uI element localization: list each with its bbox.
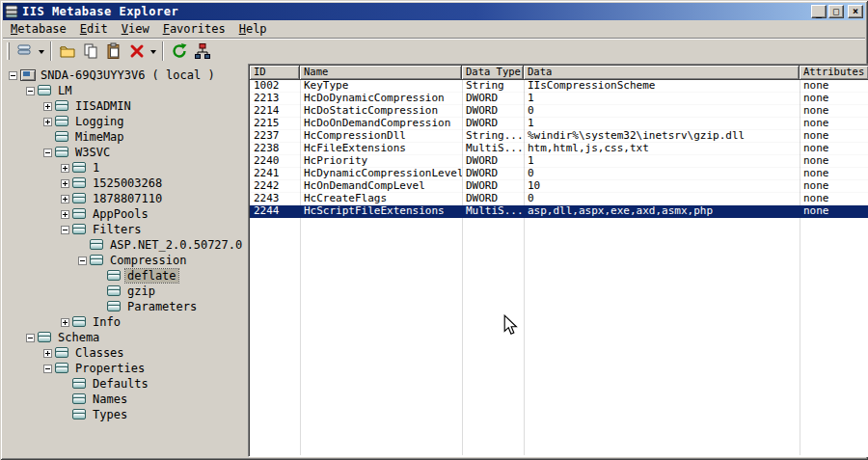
tree-node-icon	[72, 193, 87, 204]
tree-expander-icon[interactable]	[26, 334, 35, 342]
tree-item[interactable]: Schema	[3, 330, 248, 345]
column-header-data-type[interactable]: Data Type	[462, 66, 524, 80]
tree-expander-icon[interactable]	[9, 71, 17, 80]
tree-item[interactable]: SNDA-69Q3UYY3V6 ( local )	[3, 68, 248, 83]
tree-expander-icon[interactable]	[43, 102, 52, 111]
tree-item[interactable]: 1878807110	[3, 191, 248, 206]
tree-expander-icon[interactable]	[61, 210, 69, 219]
delete-button[interactable]	[125, 41, 149, 62]
tree-item[interactable]: 1525003268	[3, 176, 248, 191]
maximize-button[interactable]: □	[828, 5, 844, 18]
tree-expander-icon[interactable]	[61, 226, 69, 234]
tree-item[interactable]: Properties	[3, 361, 248, 376]
new-key-icon	[16, 42, 34, 60]
menu-view[interactable]: View	[115, 21, 156, 37]
table-row[interactable]: 2238 HcFileExtensions MultiS... htm,html…	[250, 143, 868, 155]
table-row[interactable]: 2243 HcCreateFlags DWORD 0 none	[250, 193, 868, 205]
open-button[interactable]	[56, 41, 79, 62]
cell-data: 0	[524, 168, 800, 179]
network-button[interactable]	[191, 41, 214, 62]
tree-expander-icon[interactable]	[78, 257, 87, 265]
column-header-attributes[interactable]: Attributes	[800, 66, 868, 80]
menu-edit[interactable]: Edit	[73, 21, 115, 37]
table-row[interactable]: 2214 HcDoStaticCompression DWORD 0 none	[250, 105, 868, 118]
tree-expander-icon[interactable]	[61, 318, 69, 327]
tree-item-label: gzip	[125, 284, 157, 298]
tree-item[interactable]: deflate	[3, 268, 248, 284]
tree-node-icon	[38, 332, 52, 343]
table-row[interactable]: 2242 HcOnDemandCompLevel DWORD 10 none	[250, 180, 868, 193]
tree-expander-icon[interactable]	[61, 195, 69, 203]
window-controls: _ □ ×	[811, 5, 863, 18]
table-row[interactable]: 2240 HcPriority DWORD 1 none	[250, 155, 868, 168]
table-row[interactable]: 2215 HcDoOnDemandCompression DWORD 1 non…	[250, 118, 868, 130]
cell-data: 1	[524, 155, 800, 167]
tree-item[interactable]: Filters	[3, 222, 248, 237]
new-key-dropdown[interactable]	[37, 41, 46, 62]
delete-dropdown[interactable]	[149, 41, 158, 62]
tree-expander-icon[interactable]	[43, 118, 52, 126]
tree-item[interactable]: Names	[3, 392, 248, 407]
menu-metabase[interactable]: Metabase	[4, 21, 73, 37]
metabase-tree: SNDA-69Q3UYY3V6 ( local ) LM IISADMIN	[3, 64, 248, 457]
tree-expander-icon[interactable]	[43, 349, 52, 358]
close-button[interactable]: ×	[848, 5, 863, 18]
tree-item[interactable]: 1	[3, 160, 248, 176]
table-row[interactable]: 2237 HcCompressionDll String... %windir%…	[250, 130, 868, 143]
column-header-data[interactable]: Data	[524, 66, 800, 80]
tree-expander-icon[interactable]	[61, 179, 69, 188]
menu-help[interactable]: Help	[232, 21, 274, 37]
copy-button[interactable]	[79, 41, 102, 62]
tree-item[interactable]: Compression	[3, 253, 248, 268]
table-row[interactable]: 2213 HcDoDynamicCompression DWORD 1 none	[250, 93, 868, 105]
paste-button[interactable]	[102, 41, 125, 62]
cell-name: HcOnDemandCompLevel	[300, 180, 462, 192]
tree-item[interactable]: Parameters	[3, 299, 248, 314]
tree-item[interactable]: LM	[3, 83, 248, 98]
cell-data-type: MultiS...	[462, 143, 524, 154]
tree-item[interactable]: Logging	[3, 114, 248, 129]
tree-expander-icon[interactable]	[43, 149, 52, 157]
cell-name: HcFileExtensions	[300, 143, 462, 154]
tree-expander-icon[interactable]	[43, 365, 52, 373]
tree-item[interactable]: MimeMap	[3, 129, 248, 145]
tree-item[interactable]: gzip	[3, 284, 248, 299]
cell-data: htm,html,js,css,txt	[524, 143, 800, 154]
tree-item[interactable]: Classes	[3, 345, 248, 361]
table-row[interactable]: 2244 HcScriptFileExtensions MultiS... as…	[250, 205, 868, 218]
tree-item-label: SNDA-69Q3UYY3V6 ( local )	[39, 68, 217, 82]
table-row[interactable]: 1002 KeyType String IIsCompressionScheme…	[250, 80, 868, 93]
tree-node-icon	[55, 100, 69, 112]
cell-attributes: none	[800, 93, 868, 104]
tree-item[interactable]: AppPools	[3, 206, 248, 222]
column-header-id[interactable]: ID	[250, 66, 300, 80]
cell-name: HcCompressionDll	[300, 130, 462, 142]
tree-item[interactable]: Info	[3, 314, 248, 330]
cell-id: 1002	[250, 80, 300, 92]
new-key-button[interactable]	[14, 41, 37, 62]
minimize-button[interactable]: _	[811, 5, 827, 18]
cell-name: HcDoDynamicCompression	[300, 93, 462, 104]
refresh-button[interactable]	[168, 41, 191, 62]
tree-item[interactable]: IISADMIN	[3, 98, 248, 114]
tree-item[interactable]: W3SVC	[3, 145, 248, 160]
app-icon[interactable]	[5, 5, 19, 18]
tree-expander-icon[interactable]	[26, 87, 35, 95]
tree-item-label: AppPools	[91, 207, 150, 221]
cell-data: 0	[524, 105, 800, 117]
toolbar-gripper[interactable]	[7, 42, 10, 60]
tree-expander-icon[interactable]	[61, 164, 69, 173]
cell-id: 2237	[250, 130, 300, 142]
open-folder-icon	[59, 42, 76, 60]
table-row[interactable]: 2241 HcDynamicCompressionLevel DWORD 0 n…	[250, 168, 868, 180]
tree-item-label: 1878807110	[91, 192, 164, 205]
tree-item[interactable]: Defaults	[3, 376, 248, 392]
tree-node-icon	[90, 239, 104, 251]
menu-favorites[interactable]: Favorites	[156, 21, 232, 37]
cell-data: 10	[524, 180, 800, 192]
tree-item-label: W3SVC	[73, 146, 112, 159]
tree-item[interactable]: ASP.NET_2.0.50727.0	[3, 237, 248, 253]
tree-item-label: Names	[91, 392, 129, 406]
tree-item[interactable]: Types	[3, 407, 248, 422]
column-header-name[interactable]: Name	[300, 66, 462, 80]
